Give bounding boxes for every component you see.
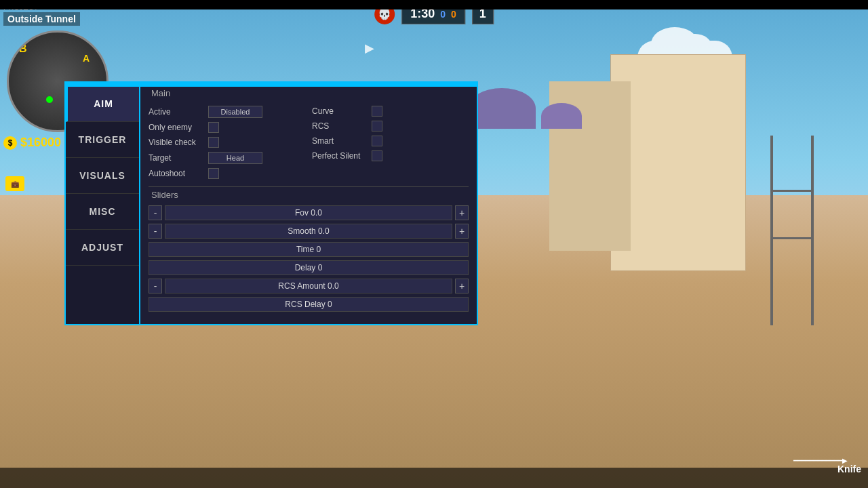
building-right [610, 54, 746, 271]
time-slider-track[interactable]: Time 0 [149, 242, 469, 257]
section-divider [149, 186, 469, 187]
scaffold-h1 [770, 190, 814, 192]
sidebar-item-trigger[interactable]: TRIGGER [66, 122, 139, 158]
sidebar-item-misc[interactable]: MISC [66, 194, 139, 230]
rcs-label: RCS [312, 121, 366, 131]
bottom-bar [0, 468, 868, 488]
visible-check-label: Visible check [149, 138, 203, 147]
menu-content: Main Active Disabled Only enemy Visible … [140, 83, 477, 324]
smart-checkbox[interactable] [372, 136, 382, 146]
minimap-player-dot [46, 96, 53, 103]
visible-check-row: Visible check [149, 135, 305, 150]
money-display: $ $16000 [3, 136, 61, 150]
perfect-silent-label: Perfect Silent [312, 151, 366, 161]
score-ct: 0 [440, 9, 446, 20]
active-row: Active Disabled [149, 104, 305, 120]
rcs-checkbox[interactable] [372, 121, 382, 131]
rcs-delay-slider-track[interactable]: RCS Delay 0 [149, 297, 469, 312]
hud-score: 0 0 [440, 9, 456, 20]
rcs-amount-slider-track[interactable]: RCS Amount 0.0 [165, 279, 452, 293]
minimap-label-b: B [19, 43, 27, 55]
weapon-label: Knife [837, 464, 861, 474]
autoshoot-label: Autoshoot [149, 169, 203, 178]
sliders-section: - Fov 0.0 + - Smooth 0.0 + Time 0 Delay … [149, 205, 469, 312]
wallet-icon: 💼 [5, 176, 24, 191]
sidebar-item-aim[interactable]: AIM [66, 86, 139, 122]
money-value: $16000 [20, 136, 61, 150]
money-icon: $ [3, 136, 17, 150]
perfect-silent-row: Perfect Silent [312, 148, 469, 163]
smooth-slider-track[interactable]: Smooth 0.0 [165, 224, 452, 239]
delay-slider-track[interactable]: Delay 0 [149, 260, 469, 275]
smooth-minus-button[interactable]: - [149, 224, 162, 239]
perfect-silent-checkbox[interactable] [372, 150, 382, 161]
only-enemy-checkbox[interactable] [208, 122, 219, 133]
scaffold-right2 [770, 136, 773, 325]
rcs-amount-plus-button[interactable]: + [455, 279, 469, 293]
target-row: Target Head [149, 150, 305, 166]
smooth-plus-button[interactable]: + [455, 224, 469, 239]
autoshoot-checkbox[interactable] [208, 168, 219, 179]
minimap-label-a: A [83, 53, 90, 64]
scaffold-h2 [770, 237, 814, 239]
settings-right: Curve RCS Smart Perfect Silent [312, 104, 469, 181]
knife-icon: ━━━━━━━━━━━━▶ [793, 457, 848, 464]
active-label: Active [149, 107, 203, 117]
scaffold-right [811, 136, 814, 325]
smooth-slider-row: - Smooth 0.0 + [149, 224, 469, 239]
target-button[interactable]: Head [208, 152, 262, 164]
fov-minus-button[interactable]: - [149, 205, 162, 220]
sidebar-item-visuals[interactable]: VISUALS [66, 158, 139, 194]
cheat-menu: AIM TRIGGER VISUALS MISC ADJUST Main Act… [64, 81, 478, 325]
sidebar-item-adjust[interactable]: ADJUST [66, 230, 139, 266]
smart-row: Smart [312, 134, 469, 148]
curve-checkbox[interactable] [372, 106, 382, 117]
fov-slider-track[interactable]: Fov 0.0 [165, 205, 452, 220]
wallet-area: 💼 [5, 176, 24, 191]
location-label: Outside Tunnel [3, 12, 80, 26]
curve-label: Curve [312, 106, 366, 116]
fov-slider-row: - Fov 0.0 + [149, 205, 469, 220]
play-button[interactable]: ▶ [365, 41, 374, 56]
rcs-row: RCS [312, 119, 469, 134]
dome3 [541, 103, 582, 129]
only-enemy-row: Only enemy [149, 120, 305, 135]
score-t: 0 [451, 9, 456, 20]
section-main-label: Main [149, 88, 469, 98]
rcs-amount-slider-row: - RCS Amount 0.0 + [149, 279, 469, 293]
settings-left: Active Disabled Only enemy Visible check… [149, 104, 305, 181]
top-black-bar [0, 0, 868, 9]
smart-label: Smart [312, 136, 366, 146]
section-sliders-label: Sliders [149, 190, 469, 200]
target-label: Target [149, 153, 203, 163]
active-button[interactable]: Disabled [208, 106, 262, 118]
only-enemy-label: Only enemy [149, 123, 203, 132]
curve-row: Curve [312, 104, 469, 119]
settings-grid: Active Disabled Only enemy Visible check… [149, 104, 469, 181]
fov-plus-button[interactable]: + [455, 205, 469, 220]
rcs-amount-minus-button[interactable]: - [149, 279, 162, 293]
menu-sidebar: AIM TRIGGER VISUALS MISC ADJUST [66, 83, 140, 324]
autoshoot-row: Autoshoot [149, 166, 305, 181]
visible-check-checkbox[interactable] [208, 137, 219, 148]
menu-top-border [66, 83, 477, 87]
